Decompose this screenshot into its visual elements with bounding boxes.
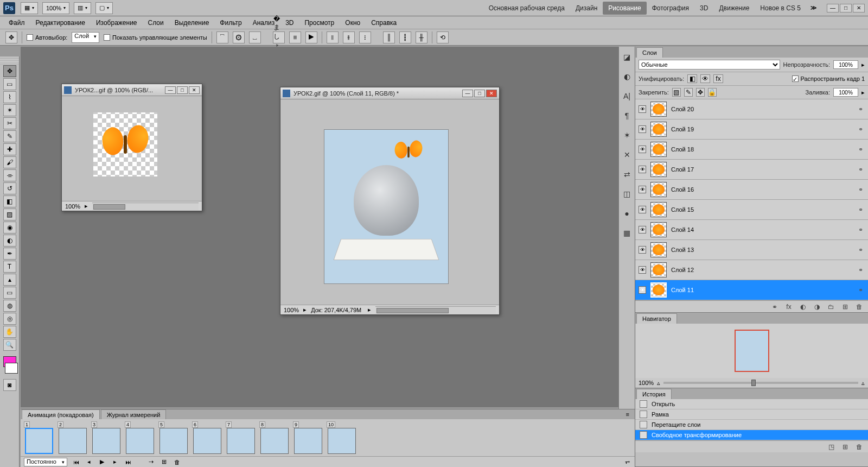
layer-thumbnail[interactable] [650,262,667,277]
blur-tool[interactable]: ◉ [3,222,16,234]
distribute-left-icon[interactable]: ║ [383,31,395,43]
shape-tool[interactable]: ▭ [3,287,16,299]
navigator-zoom-in-icon[interactable]: ▵ [861,380,865,387]
duplicate-frame-button[interactable]: ⊞ [159,458,168,466]
fill-input[interactable] [833,88,858,97]
doc1-maximize-button[interactable]: □ [177,86,188,94]
distribute-right-icon[interactable]: ╫ [416,31,427,43]
doc1-hscroll[interactable] [92,203,199,210]
layer-thumbnail[interactable] [650,142,667,157]
autoselect-checkbox[interactable]: Автовыбор: [27,34,67,41]
animation-frame[interactable]: 30,1 [91,421,122,456]
quick-mask-toggle[interactable]: ◙ [3,379,16,391]
screen-mode-button[interactable]: ▢▾ [95,2,113,14]
doc1-viewport[interactable] [62,96,202,201]
frame-thumbnail[interactable] [227,428,255,454]
align-right-icon[interactable]: ⯈ [305,31,317,43]
document-window-1[interactable]: УРОК2...gif @ 100% (RGB/... — □ ✕ 100% ▸ [61,84,202,211]
lock-position-icon[interactable]: ✥ [696,88,705,97]
layer-link-icon[interactable]: ⚭ [856,247,865,254]
navigator-zoom-slider[interactable] [663,382,858,384]
layer-row[interactable]: 👁Слой 15⚭ [635,200,868,220]
menu-item[interactable]: Просмотр [299,17,340,29]
background-color[interactable] [5,363,18,374]
visibility-toggle-icon[interactable]: 👁 [639,105,646,113]
frame-thumbnail[interactable] [126,428,154,454]
unify-style-icon[interactable]: fx [713,74,723,83]
type-tool[interactable]: T [3,261,16,273]
history-step[interactable]: Открыть [635,399,868,409]
dock-character-icon[interactable]: A| [621,90,633,102]
visibility-toggle-icon[interactable]: 👁 [639,206,646,213]
layer-thumbnail[interactable] [650,102,667,117]
healing-tool[interactable]: ✚ [3,143,16,155]
hand-tool[interactable]: ✋ [3,326,16,338]
distribute-vcenter-icon[interactable]: ⫵ [343,31,355,43]
menu-item[interactable]: Окно [340,17,366,29]
distribute-top-icon[interactable]: ⫴ [327,31,339,43]
tween-button[interactable]: ⇢ [146,458,155,466]
doc1-titlebar[interactable]: УРОК2...gif @ 100% (RGB/... — □ ✕ [62,84,202,96]
layer-row[interactable]: 👁Слой 17⚭ [635,160,868,180]
lock-all-icon[interactable]: 🔒 [708,88,717,97]
doc2-minimize-button[interactable]: — [462,90,473,97]
first-frame-button[interactable]: ⏮ [72,458,80,466]
layer-link-icon[interactable]: ⚭ [856,186,865,193]
opacity-input[interactable] [833,60,858,69]
visibility-toggle-icon[interactable]: 👁 [639,186,646,193]
dodge-tool[interactable]: ◐ [3,235,16,247]
layer-thumbnail[interactable] [650,282,667,298]
layer-row[interactable]: 👁Слой 18⚭ [635,140,868,160]
3d-tool[interactable]: ◍ [3,300,16,312]
layer-thumbnail[interactable] [650,182,667,197]
menu-item[interactable]: Файл [3,17,30,29]
gradient-tool[interactable]: ▨ [3,209,16,220]
layer-row[interactable]: 👁Слой 14⚭ [635,220,868,240]
distribute-hcenter-icon[interactable]: ┇ [399,31,411,43]
show-transform-controls-checkbox[interactable]: Показать управляющие элементы [104,34,207,41]
link-layers-icon[interactable]: ⚭ [770,302,779,311]
layer-link-icon[interactable]: ⚭ [856,106,865,113]
doc2-close-button[interactable]: ✕ [486,90,497,97]
align-vcenter-icon[interactable]: ⮿ [233,31,245,43]
opacity-flyout-icon[interactable]: ▸ [861,61,865,68]
delete-layer-icon[interactable]: 🗑 [855,302,864,311]
visibility-toggle-icon[interactable]: 👁 [639,286,646,294]
frame-thumbnail[interactable] [294,428,322,454]
animation-panel-menu-icon[interactable]: ≡ [621,409,635,419]
workspace-tab[interactable]: Движение [713,2,755,15]
layer-link-icon[interactable]: ⚭ [856,267,865,274]
zoom-tool[interactable]: 🔍 [3,339,16,351]
marquee-tool[interactable]: ▭ [3,78,16,90]
frame-thumbnail[interactable] [328,428,356,454]
distribute-bottom-icon[interactable]: ⫶ [359,31,371,43]
layer-row[interactable]: 👁Слой 16⚭ [635,180,868,200]
doc1-minimize-button[interactable]: — [165,86,176,94]
workspace-tab[interactable]: 3D [694,2,713,15]
doc2-titlebar[interactable]: УРОК2.gif @ 100% (Слой 11, RGB/8) * — □ … [280,87,499,99]
new-layer-icon[interactable]: ⊞ [841,302,850,311]
measurement-log-tab[interactable]: Журнал измерений [101,409,167,419]
navigator-preview[interactable] [635,324,868,378]
animation-frame[interactable]: 20,1 [58,421,88,456]
loop-select[interactable]: Постоянно [24,458,67,466]
animation-frames[interactable]: 10,120,130,140,150,160,170,180,190,1100,… [21,419,635,456]
visibility-toggle-icon[interactable]: 👁 [639,246,646,254]
quick-select-tool[interactable]: ✶ [3,104,16,116]
brush-tool[interactable]: 🖌 [3,156,16,168]
doc2-viewport[interactable] [280,99,499,305]
frame-thumbnail[interactable] [193,428,221,454]
delete-frame-button[interactable]: 🗑 [173,458,181,466]
crop-tool[interactable]: ✂ [3,117,16,129]
layer-link-icon[interactable]: ⚭ [856,146,865,153]
animation-frame[interactable]: 50,1 [158,421,189,456]
animation-frame[interactable]: 100,1 [327,421,357,456]
unify-position-icon[interactable]: ◧ [687,74,697,83]
layer-link-icon[interactable]: ⚭ [856,206,865,213]
history-tab[interactable]: История [636,389,672,399]
layer-link-icon[interactable]: ⚭ [856,166,865,173]
navigator-zoom-out-icon[interactable]: ▵ [657,380,660,387]
menu-item[interactable]: Выделение [169,17,215,29]
dock-paragraph-icon[interactable]: ¶ [621,110,633,122]
stamp-tool[interactable]: ⌯ [3,169,16,181]
